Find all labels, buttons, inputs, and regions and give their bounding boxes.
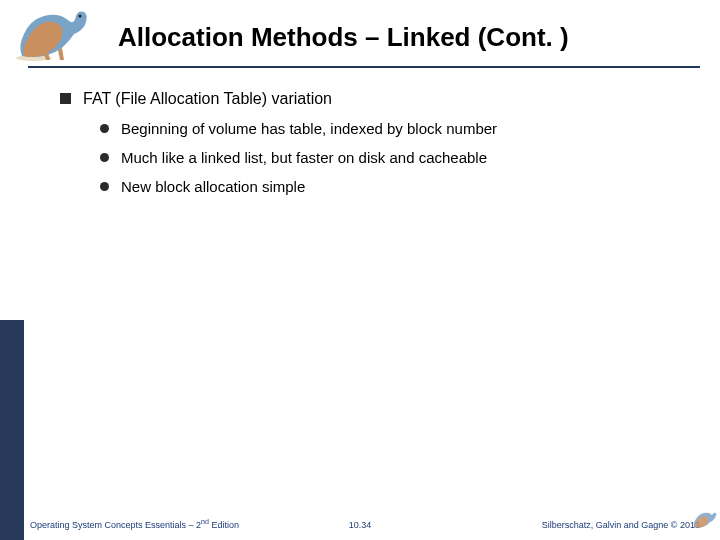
footer-right: Silberschatz, Galvin and Gagne © 2013 [542, 520, 700, 530]
content-area: FAT (File Allocation Table) variation Be… [60, 90, 680, 207]
dinosaur-mini-icon [692, 509, 718, 529]
header: Allocation Methods – Linked (Cont. ) [0, 0, 720, 70]
bullet-level2: Much like a linked list, but faster on d… [100, 149, 680, 166]
svg-point-1 [79, 15, 82, 18]
disc-bullet-icon [100, 124, 109, 133]
sidebar-accent [0, 320, 24, 540]
bullet-text: New block allocation simple [121, 178, 305, 195]
slide: Allocation Methods – Linked (Cont. ) FAT… [0, 0, 720, 540]
disc-bullet-icon [100, 153, 109, 162]
slide-title: Allocation Methods – Linked (Cont. ) [118, 22, 569, 53]
title-divider [28, 66, 700, 68]
square-bullet-icon [60, 93, 71, 104]
bullet-text: Much like a linked list, but faster on d… [121, 149, 487, 166]
bullet-text: Beginning of volume has table, indexed b… [121, 120, 497, 137]
bullet-level1: FAT (File Allocation Table) variation [60, 90, 680, 108]
bullet-level2: New block allocation simple [100, 178, 680, 195]
disc-bullet-icon [100, 182, 109, 191]
bullet-level2: Beginning of volume has table, indexed b… [100, 120, 680, 137]
footer: Operating System Concepts Essentials – 2… [0, 512, 720, 530]
bullet-text: FAT (File Allocation Table) variation [83, 90, 332, 108]
dinosaur-icon [14, 6, 94, 62]
